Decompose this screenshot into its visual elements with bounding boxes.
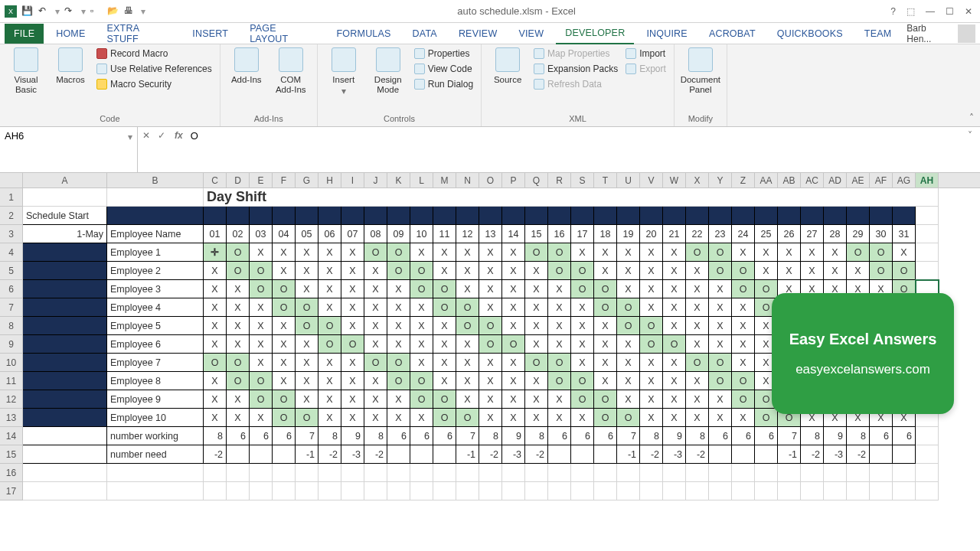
cell[interactable]: X	[663, 298, 686, 317]
cell[interactable]: O	[273, 280, 296, 298]
row-header-4[interactable]: 4	[0, 243, 23, 262]
cell[interactable]	[410, 445, 433, 464]
cell[interactable]	[709, 445, 732, 464]
cell[interactable]	[755, 464, 778, 482]
cell[interactable]: X	[594, 354, 617, 372]
cell[interactable]	[663, 482, 686, 500]
col-header-K[interactable]: K	[387, 173, 410, 187]
col-header-AB[interactable]: AB	[778, 173, 801, 187]
cell[interactable]: X	[686, 317, 709, 335]
tab-file[interactable]: FILE	[5, 24, 44, 44]
collapse-ribbon-icon[interactable]: ˄	[969, 112, 974, 123]
tab-team[interactable]: TEAM	[855, 24, 901, 44]
cell[interactable]: X	[410, 335, 433, 354]
cell[interactable]	[364, 207, 387, 225]
cell[interactable]: X	[778, 243, 801, 262]
row-header-12[interactable]: 12	[0, 390, 23, 409]
undo-icon[interactable]	[38, 5, 51, 18]
redo-icon[interactable]	[64, 5, 77, 18]
cell[interactable]: X	[755, 243, 778, 262]
cell[interactable]: O	[525, 243, 548, 262]
cell[interactable]: X	[364, 335, 387, 354]
cell[interactable]: X	[594, 317, 617, 335]
cell[interactable]: 23	[709, 225, 732, 243]
cell[interactable]: X	[525, 390, 548, 409]
col-header-X[interactable]: X	[686, 173, 709, 187]
cell[interactable]: X	[204, 317, 227, 335]
cell[interactable]	[250, 482, 273, 500]
cell[interactable]: -2	[364, 445, 387, 464]
cell[interactable]	[732, 464, 755, 482]
col-header-I[interactable]: I	[341, 173, 364, 187]
cell[interactable]: X	[617, 390, 640, 409]
cell[interactable]: 6	[227, 427, 250, 445]
cell[interactable]: -2	[640, 445, 663, 464]
cell[interactable]	[663, 464, 686, 482]
cell[interactable]: X	[525, 280, 548, 298]
minimize-icon[interactable]: —	[926, 6, 935, 17]
cell[interactable]: O	[364, 243, 387, 262]
cell[interactable]: O	[709, 262, 732, 280]
cell[interactable]: O	[640, 335, 663, 354]
cell[interactable]	[617, 482, 640, 500]
cell[interactable]: X	[318, 372, 341, 390]
col-header-O[interactable]: O	[479, 173, 502, 187]
cell[interactable]: X	[686, 335, 709, 354]
cell[interactable]: 8	[640, 427, 663, 445]
cell[interactable]	[525, 464, 548, 482]
cell[interactable]: 8	[318, 427, 341, 445]
col-header-AG[interactable]: AG	[893, 173, 916, 187]
cell[interactable]	[23, 335, 107, 354]
fx-icon[interactable]: fx	[175, 130, 183, 141]
cell[interactable]: X	[502, 372, 525, 390]
cell[interactable]	[387, 445, 410, 464]
cell[interactable]	[916, 243, 939, 262]
cell[interactable]	[640, 464, 663, 482]
cell[interactable]	[204, 482, 227, 500]
cell[interactable]: -2	[204, 445, 227, 464]
cell[interactable]: X	[617, 262, 640, 280]
cell[interactable]	[23, 317, 107, 335]
cell[interactable]: O	[502, 335, 525, 354]
quickprint-icon[interactable]	[124, 5, 136, 18]
cell[interactable]: X	[801, 243, 824, 262]
cell[interactable]	[801, 482, 824, 500]
cell[interactable]: X	[617, 280, 640, 298]
cell[interactable]: X	[479, 280, 502, 298]
close-icon[interactable]: ✕	[965, 6, 972, 17]
cell[interactable]: -3	[824, 445, 847, 464]
cell[interactable]	[23, 482, 107, 500]
cell[interactable]: O	[227, 243, 250, 262]
cell[interactable]: O	[709, 372, 732, 390]
cell[interactable]	[916, 482, 939, 500]
cell[interactable]: X	[410, 409, 433, 427]
tab-acrobat[interactable]: ACROBAT	[700, 24, 765, 44]
row-header-13[interactable]: 13	[0, 409, 23, 427]
cell[interactable]	[732, 445, 755, 464]
col-header-AF[interactable]: AF	[870, 173, 893, 187]
cell[interactable]: O	[594, 280, 617, 298]
cell[interactable]	[456, 464, 479, 482]
tab-quickbooks[interactable]: QuickBooks	[768, 24, 852, 44]
cell[interactable]	[847, 482, 870, 500]
cell[interactable]: 20	[640, 225, 663, 243]
cell[interactable]: X	[732, 335, 755, 354]
cell[interactable]: 7	[778, 427, 801, 445]
avatar[interactable]	[958, 24, 975, 43]
addins-button[interactable]: Add-Ins	[227, 47, 266, 85]
row-header-5[interactable]: 5	[0, 262, 23, 280]
ribbon-options-icon[interactable]: ⬚	[906, 6, 915, 17]
cell[interactable]: X	[410, 317, 433, 335]
cell[interactable]: X	[686, 409, 709, 427]
col-header-Y[interactable]: Y	[709, 173, 732, 187]
com-addins-button[interactable]: COM Add-Ins	[271, 47, 311, 94]
insert-control-button[interactable]: Insert▾	[324, 47, 364, 96]
cell[interactable]	[479, 207, 502, 225]
cell[interactable]: O	[548, 243, 571, 262]
col-header-P[interactable]: P	[502, 173, 525, 187]
cell[interactable]: O	[433, 298, 456, 317]
cell[interactable]	[479, 482, 502, 500]
cell[interactable]	[296, 207, 318, 225]
cell[interactable]	[916, 464, 939, 482]
cell[interactable]	[23, 243, 107, 262]
